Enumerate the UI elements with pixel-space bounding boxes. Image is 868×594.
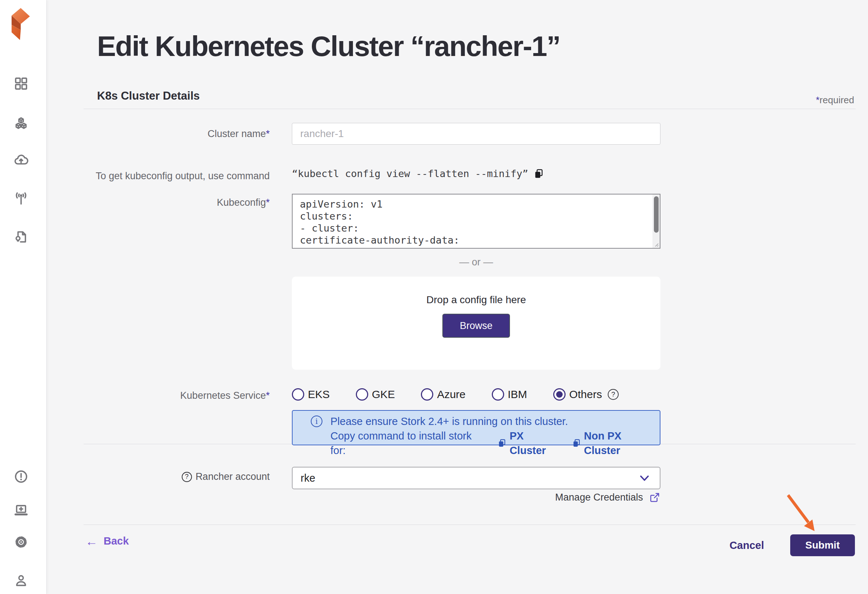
- kubeconfig-label: Kubeconfig*: [217, 196, 270, 209]
- dropzone-text: Drop a config file here: [292, 294, 660, 306]
- kubeconfig-text: apiVersion: v1 clusters: - cluster: cert…: [300, 198, 645, 247]
- back-arrow-icon: ←: [86, 536, 98, 547]
- portworx-logo-icon[interactable]: [11, 7, 31, 40]
- or-divider: — or —: [292, 257, 660, 268]
- page-title: Edit Kubernetes Cluster “rancher-1”: [97, 30, 560, 63]
- resize-handle-icon[interactable]: [653, 241, 659, 247]
- section-divider: [84, 109, 856, 109]
- copy-command-icon[interactable]: [533, 168, 544, 179]
- section-heading: K8s Cluster Details: [97, 89, 200, 102]
- sidebar-item-profile[interactable]: [13, 573, 29, 588]
- required-note: *required: [816, 95, 854, 106]
- submit-button[interactable]: Submit: [790, 534, 855, 556]
- non-px-cluster-copy-link[interactable]: Non PX Cluster: [572, 429, 660, 458]
- cluster-name-input[interactable]: [292, 123, 660, 145]
- others-help-icon[interactable]: ?: [608, 389, 619, 400]
- laptop-plus-icon: [13, 503, 29, 518]
- kubeconfig-scrollbar-thumb[interactable]: [654, 196, 658, 233]
- footer-actions: Cancel Submit: [729, 534, 855, 556]
- radio-ibm[interactable]: IBM: [492, 388, 527, 400]
- sidebar-item-upload[interactable]: [13, 153, 29, 169]
- rancher-account-value: rke: [301, 472, 315, 484]
- radio-others[interactable]: Others ?: [553, 388, 619, 400]
- radio-azure[interactable]: Azure: [421, 388, 465, 400]
- rancher-account-select[interactable]: rke: [292, 467, 660, 489]
- sidebar: [0, 0, 47, 594]
- banner-line1: Please ensure Stork 2.4+ is running on t…: [331, 414, 660, 429]
- cluster-name-label: Cluster name*: [208, 128, 270, 140]
- kubeconfig-command-row: “kubectl config view --flatten --minify”: [292, 168, 544, 179]
- browse-button[interactable]: Browse: [442, 314, 510, 338]
- kubeconfig-textarea[interactable]: apiVersion: v1 clusters: - cluster: cert…: [292, 194, 660, 249]
- sidebar-item-license[interactable]: [13, 229, 29, 245]
- sidebar-item-alerts[interactable]: [13, 468, 29, 485]
- config-dropzone[interactable]: Drop a config file here Browse: [292, 277, 660, 370]
- stork-info-banner: i Please ensure Stork 2.4+ is running on…: [292, 410, 660, 445]
- user-icon: [13, 573, 29, 588]
- copy-icon: [572, 439, 581, 448]
- alert-circle-icon: [13, 469, 29, 484]
- radio-circle: [292, 388, 304, 400]
- cancel-button[interactable]: Cancel: [729, 539, 764, 551]
- sidebar-item-add-cluster[interactable]: [13, 502, 29, 519]
- broadcast-antenna-icon: [13, 191, 29, 206]
- sidebar-item-clusters[interactable]: [13, 116, 29, 132]
- chevron-down-icon: [637, 471, 652, 485]
- info-icon: i: [311, 415, 322, 427]
- radio-circle: [553, 388, 565, 400]
- kubeconfig-command-text: “kubectl config view --flatten --minify”: [292, 168, 528, 179]
- radio-circle: [356, 388, 368, 400]
- kubernetes-service-options: EKS GKE Azure IBM Others ?: [292, 388, 619, 400]
- sidebar-item-settings[interactable]: [13, 534, 29, 550]
- footer-divider: [84, 525, 856, 525]
- px-cluster-copy-link[interactable]: PX Cluster: [497, 429, 562, 458]
- kubernetes-service-label: Kubernetes Service*: [180, 389, 270, 402]
- cloud-upload-icon: [13, 153, 29, 168]
- rancher-help-icon[interactable]: ?: [182, 472, 192, 482]
- kubeconfig-scrollbar[interactable]: [652, 195, 660, 248]
- certificate-icon: [13, 229, 29, 245]
- sidebar-item-dashboard[interactable]: [13, 75, 29, 92]
- radio-gke[interactable]: GKE: [356, 388, 395, 400]
- banner-line2: Copy command to install stork for: PX Cl…: [331, 429, 660, 458]
- radio-circle: [492, 388, 504, 400]
- radio-circle: [421, 388, 433, 400]
- grid-icon: [13, 76, 29, 91]
- copy-icon: [497, 439, 507, 448]
- main-content: Edit Kubernetes Cluster “rancher-1” K8s …: [47, 0, 868, 594]
- cubes-icon: [13, 116, 29, 132]
- sidebar-item-monitoring[interactable]: [13, 191, 29, 207]
- gear-icon: [13, 534, 29, 550]
- rancher-account-label: ? Rancher account: [182, 471, 270, 482]
- radio-eks[interactable]: EKS: [292, 388, 330, 400]
- kubeconfig-command-label: To get kubeconfig output, use command: [96, 170, 270, 182]
- manage-credentials-link[interactable]: Manage Credentials: [555, 492, 660, 503]
- external-link-icon: [649, 492, 660, 503]
- back-link[interactable]: ← Back: [86, 535, 129, 547]
